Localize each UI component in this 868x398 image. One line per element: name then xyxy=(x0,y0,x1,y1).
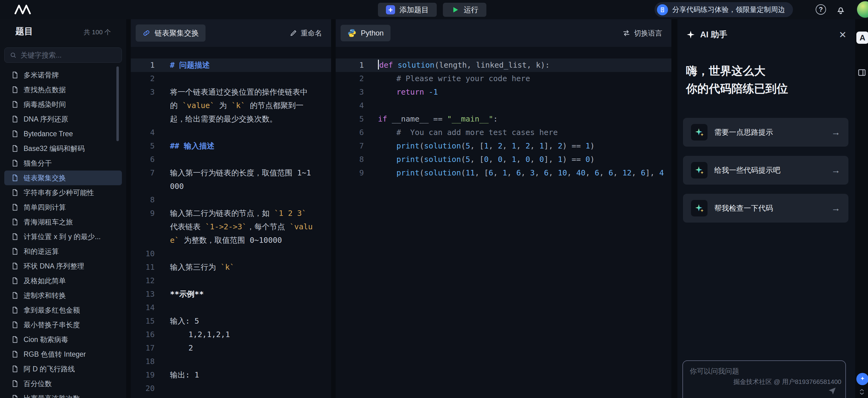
markdown-line[interactable]: 15 输入: 5 xyxy=(131,314,331,328)
line-text: 将一个链表通过交换位置的操作使链表中的 `value` 为 `k` 的节点都聚到… xyxy=(155,86,331,126)
line-number: 9 xyxy=(131,207,155,220)
ai-suggestion-card[interactable]: 给我一些代码提示吧 → xyxy=(683,156,848,185)
markdown-line[interactable]: 20 xyxy=(131,382,331,395)
markdown-line[interactable]: 2 xyxy=(131,72,331,86)
code-line[interactable]: 1 def solution(length, linked_list, k): xyxy=(336,59,671,72)
switch-language-button[interactable]: 切换语言 xyxy=(622,29,662,38)
markdown-line[interactable]: 8 xyxy=(131,193,331,207)
problem-list-item[interactable]: RGB 色值转 Integer xyxy=(4,347,122,362)
markdown-line[interactable]: 18 xyxy=(131,355,331,368)
language-chip[interactable]: Python xyxy=(341,25,391,41)
problem-list-item[interactable]: 百分位数 xyxy=(4,376,122,391)
markdown-line[interactable]: 5 ## 输入描述 xyxy=(131,139,331,153)
problem-list-item[interactable]: 字符串有多少种可能性 xyxy=(4,185,122,200)
problem-list-item[interactable]: 拿到最多红包金额 xyxy=(4,303,122,318)
problem-list-item[interactable]: 和的逆运算 xyxy=(4,244,122,259)
code-line[interactable]: 2 # Please write your code here xyxy=(336,72,671,86)
problem-list-item[interactable]: 及格如此简单 xyxy=(4,273,122,288)
line-text: 输入第一行为链表的长度，取值范围 1~1000 xyxy=(155,166,331,193)
markdown-line[interactable]: 14 xyxy=(131,301,331,314)
rail-panels-icon[interactable] xyxy=(858,68,866,77)
problem-list-item[interactable]: 计算位置 x 到 y 的最少... xyxy=(4,229,122,244)
code-line[interactable]: 8 print(solution(5, [0, 0, 1, 0, 0], 1) … xyxy=(336,153,671,166)
code-line[interactable]: 7 print(solution(5, [1, 2, 1, 2, 1], 2) … xyxy=(336,139,671,153)
problem-list: 多米诺骨牌 查找热点数据 病毒感染时间 DNA 序列还原 Bytedance T… xyxy=(0,68,126,398)
problem-list-item[interactable]: 进制求和转换 xyxy=(4,288,122,303)
problem-list-item[interactable]: 比赛最高连胜次数 xyxy=(4,391,122,398)
close-icon[interactable]: ✕ xyxy=(839,29,846,40)
marscode-logo-icon[interactable] xyxy=(14,4,31,15)
problem-list-item[interactable]: Cion 勒索病毒 xyxy=(4,332,122,347)
problem-list-item[interactable]: Bytedance Tree xyxy=(4,127,122,141)
problem-list-item[interactable]: 青海湖租车之旅 xyxy=(4,214,122,229)
code-line[interactable]: 6 # You can add more test cases here xyxy=(336,126,671,139)
markdown-line[interactable]: 7 输入第一行为链表的长度，取值范围 1~1000 xyxy=(131,166,331,193)
code-line[interactable]: 3 return -1 xyxy=(336,86,671,99)
problem-title-chip[interactable]: 链表聚集交换 xyxy=(136,25,206,42)
markdown-line[interactable]: 6 xyxy=(131,153,331,166)
markdown-line[interactable]: 4 xyxy=(131,126,331,139)
line-text: # Please write your code here xyxy=(364,72,671,86)
problem-list-item[interactable]: 猫鱼分干 xyxy=(4,156,122,170)
line-text: 输出: 1 xyxy=(155,368,331,382)
markdown-line[interactable]: 3 将一个链表通过交换位置的操作使链表中的 `value` 为 `k` 的节点都… xyxy=(131,86,331,126)
markdown-line[interactable]: 11 输入第三行为 `k` xyxy=(131,261,331,274)
document-icon xyxy=(11,71,19,79)
markdown-line[interactable]: 9 输入第二行为链表的节点，如 `1 2 3` 代表链表 `1->2->3`，每… xyxy=(131,207,331,247)
help-icon[interactable]: ? xyxy=(816,4,826,15)
problem-list-item[interactable]: 查找热点数据 xyxy=(4,82,122,97)
arrow-right-icon: → xyxy=(831,165,840,175)
problem-list-item[interactable]: 链表聚集交换 xyxy=(4,170,122,185)
user-avatar[interactable] xyxy=(857,1,868,18)
ai-suggestion-card[interactable]: 需要一点思路提示 → xyxy=(683,118,848,147)
line-text xyxy=(155,355,331,368)
problem-list-item[interactable]: 简单四则计算 xyxy=(4,200,122,214)
sidebar-title: 题目 xyxy=(15,25,33,38)
problem-editor[interactable]: 1 # 问题描述 2 3 将一个链表通过交换位置的操作使链表中的 `value`… xyxy=(131,47,331,395)
markdown-line[interactable]: 13 **示例** xyxy=(131,288,331,301)
markdown-line[interactable]: 10 xyxy=(131,247,331,261)
problem-list-item[interactable]: 阿 D 的飞行路线 xyxy=(4,362,122,376)
sparkle-icon xyxy=(691,200,708,217)
line-text xyxy=(155,274,331,288)
sidebar-scrollbar[interactable] xyxy=(116,66,119,141)
send-icon[interactable] xyxy=(828,386,837,395)
promo-banner[interactable]: 分享代码练习体验，领限量定制周边 xyxy=(654,2,793,17)
problem-list-item[interactable]: 最小替换子串长度 xyxy=(4,318,122,332)
problem-list-item[interactable]: 病毒感染时间 xyxy=(4,97,122,112)
search-box[interactable] xyxy=(4,47,122,63)
problem-list-item[interactable]: 环状 DNA 序列整理 xyxy=(4,259,122,273)
markdown-line[interactable]: 19 输出: 1 xyxy=(131,368,331,382)
code-line[interactable]: 4 xyxy=(336,99,671,112)
code-line[interactable]: 9 print(solution(11, [6, 1, 6, 3, 6, 10,… xyxy=(336,166,671,180)
line-text xyxy=(155,247,331,261)
line-text: **示例** xyxy=(155,288,331,301)
problem-list-item[interactable]: DNA 序列还原 xyxy=(4,112,122,127)
line-text: def solution(length, linked_list, k): xyxy=(364,59,671,72)
add-problem-button[interactable]: + 添加题目 xyxy=(378,3,437,17)
search-input[interactable] xyxy=(21,51,117,59)
run-button[interactable]: 运行 xyxy=(443,3,486,17)
problem-title: 计算位置 x 到 y 的最少... xyxy=(24,232,101,241)
promo-doc-icon xyxy=(657,4,668,15)
document-icon xyxy=(11,115,19,123)
markdown-line[interactable]: 1 # 问题描述 xyxy=(131,59,331,72)
markdown-line[interactable]: 12 xyxy=(131,274,331,288)
sparkle-icon xyxy=(691,124,708,140)
problem-title: 链表聚集交换 xyxy=(24,173,66,183)
rename-button[interactable]: 重命名 xyxy=(290,29,322,38)
markdown-line[interactable]: 16 1,2,1,2,1 xyxy=(131,328,331,341)
markdown-line[interactable]: 17 2 xyxy=(131,341,331,355)
code-line[interactable]: 5 if __name__ == "__main__": xyxy=(336,112,671,126)
problem-list-item[interactable]: 多米诺骨牌 xyxy=(4,68,122,82)
problem-list-item[interactable]: Base32 编码和解码 xyxy=(4,141,122,156)
ai-greeting-line2: 你的代码陪练已到位 xyxy=(686,80,788,98)
line-number: 1 xyxy=(336,59,364,72)
code-editor[interactable]: 1 def solution(length, linked_list, k): … xyxy=(336,47,671,180)
ai-chat-input[interactable] xyxy=(690,367,839,375)
ai-suggestion-card[interactable]: 帮我检查一下代码 → xyxy=(683,194,848,223)
rail-a-button[interactable]: A xyxy=(856,32,868,44)
notification-bell-icon[interactable] xyxy=(836,5,846,14)
rail-feedback-button[interactable] xyxy=(856,373,868,385)
rail-scroll-icon[interactable] xyxy=(858,388,866,396)
